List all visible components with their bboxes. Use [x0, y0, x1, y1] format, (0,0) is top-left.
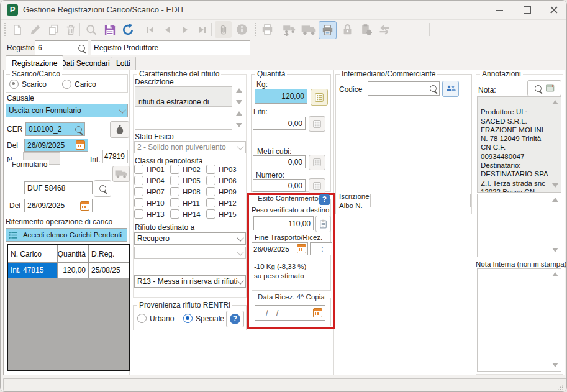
data-reg-input[interactable]: 26/09/2025 [24, 139, 88, 152]
nota2-textarea[interactable] [477, 194, 561, 257]
nota-interna-textarea[interactable] [477, 268, 561, 372]
minimize-button[interactable] [491, 4, 508, 16]
calendar-icon[interactable] [80, 201, 89, 211]
data-ricezione-input[interactable]: __/__/____ [255, 305, 325, 321]
toolbar-grip[interactable] [4, 23, 7, 36]
nota-window-icon[interactable] [546, 84, 555, 92]
radio-urbano[interactable]: Urbano [137, 314, 174, 323]
codice-search-icon[interactable] [430, 85, 437, 92]
checkbox-hp04[interactable]: HP04 [134, 176, 165, 185]
scroll-up-icon[interactable] [236, 111, 242, 116]
formulario-search-button[interactable] [94, 180, 111, 197]
scroll-up-icon[interactable] [552, 100, 558, 104]
kg-input[interactable]: 120,00 [255, 89, 307, 104]
checkbox-hp03[interactable]: HP03 [206, 165, 237, 174]
checkbox-hp14[interactable]: HP14 [170, 209, 201, 219]
col-header-dreg[interactable]: D.Reg. [89, 245, 126, 262]
table-row[interactable]: Int. 47815 120,00 25/08/25 [8, 263, 129, 278]
peso-paste-button[interactable] [315, 216, 331, 232]
nav-last-button[interactable] [194, 21, 211, 38]
cell-dreg[interactable]: 25/08/25 [89, 263, 126, 278]
resize-grip[interactable] [557, 384, 563, 390]
print-button[interactable] [259, 21, 276, 38]
descrizione-textarea[interactable]: rifiuti da estrazione di minerali [135, 86, 232, 107]
numero-input[interactable]: 0,00 [253, 179, 306, 192]
print-transport-out-button[interactable] [281, 21, 297, 38]
accedi-carichi-button[interactable]: Accedi elenco Carichi Pendenti [6, 228, 127, 242]
save-button[interactable] [101, 21, 118, 38]
checkbox-hp11[interactable]: HP11 [170, 198, 200, 207]
cell-ncarico[interactable]: Int. 47815 [8, 263, 58, 278]
cer-input[interactable]: 010100_2 [25, 122, 85, 136]
provenienza-help-button[interactable]: ? [226, 311, 244, 327]
scroll-down-icon[interactable] [236, 100, 242, 104]
scroll-down-icon[interactable] [552, 363, 558, 367]
registro-search-icon[interactable] [78, 45, 85, 52]
cer-search-icon[interactable] [75, 126, 82, 133]
formulario-numero-input[interactable]: DUF 58468 [24, 181, 93, 194]
calendar-icon[interactable] [76, 140, 85, 150]
checkbox-hp08[interactable]: HP08 [170, 187, 201, 196]
metri-cubi-calc-button[interactable] [309, 155, 325, 170]
checkbox-hp10[interactable]: HP10 [134, 198, 165, 207]
maximize-button[interactable] [519, 4, 536, 16]
cell-quantita[interactable]: 120,00 [58, 263, 89, 278]
destinato2-dropdown[interactable] [134, 247, 246, 259]
scroll-down-icon[interactable] [236, 123, 242, 127]
scroll-up-icon[interactable] [552, 198, 558, 202]
checkbox-hp13[interactable]: HP13 [134, 209, 165, 219]
delete-button[interactable] [62, 21, 79, 38]
operazione-dropdown[interactable]: R13 - Messa in riserva di rifiuti p [134, 275, 246, 288]
stato-fisico-dropdown[interactable]: 2 - Solido non pulverulento [134, 141, 246, 153]
fine-trasporto-data-input[interactable]: 26/09/2025 [252, 242, 308, 255]
nav-first-button[interactable] [142, 21, 158, 38]
tab-dati-secondari[interactable]: Dati Secondari [55, 57, 116, 70]
print-active-button[interactable] [319, 21, 337, 39]
scroll-down-icon[interactable] [552, 183, 558, 188]
nota-search-icon[interactable] [535, 85, 542, 92]
calendar-icon[interactable] [313, 308, 322, 317]
tab-lotti[interactable]: Lotti [111, 57, 136, 70]
archive-settings-button[interactable] [358, 21, 374, 38]
nav-next-button[interactable] [176, 21, 193, 38]
refresh-button[interactable] [119, 21, 136, 38]
lock-button[interactable] [339, 21, 356, 38]
nota-textarea[interactable]: Produttore UL: SACED S.R.L. FRAZIONE MOL… [477, 96, 561, 193]
descrizione2-textarea[interactable] [135, 109, 232, 130]
fine-trasporto-ora-input[interactable]: __:__ [310, 242, 332, 255]
kg-calc-button[interactable] [311, 89, 328, 106]
toolbar-grip-2[interactable] [255, 23, 258, 36]
tab-registrazione[interactable]: Registrazione [6, 55, 63, 70]
copy-button[interactable] [45, 21, 61, 38]
scroll-down-icon[interactable] [552, 248, 558, 252]
destinato-dropdown[interactable]: Recupero [134, 232, 246, 245]
causale-dropdown[interactable]: Uscita con Formulario [6, 104, 128, 117]
col-header-quantita[interactable]: Quantità [58, 245, 89, 262]
print-transport-button[interactable] [300, 21, 317, 38]
col-header-ncarico[interactable]: N. Carico [8, 245, 58, 262]
checkbox-hp07[interactable]: HP07 [134, 187, 165, 196]
codice-anagrafica-button[interactable] [442, 81, 459, 97]
checkbox-hp15[interactable]: HP15 [206, 209, 237, 219]
radio-scarico[interactable]: Scarico [9, 80, 47, 89]
registro-input[interactable]: 6 [35, 40, 88, 55]
metri-cubi-input[interactable]: 0,00 [253, 155, 306, 168]
scroll-up-icon[interactable] [236, 88, 242, 93]
numero-calc-button[interactable] [309, 178, 325, 194]
scroll-up-icon[interactable] [552, 272, 558, 276]
info-button[interactable] [234, 21, 250, 38]
litri-calc-button[interactable] [309, 116, 325, 132]
edit-button[interactable] [27, 21, 43, 38]
calendar-icon[interactable] [297, 244, 306, 253]
new-document-button[interactable] [9, 21, 25, 38]
radio-carico[interactable]: Carico [62, 80, 96, 89]
search-button[interactable] [83, 21, 99, 38]
checkbox-hp09[interactable]: HP09 [206, 187, 237, 196]
checkbox-hp06[interactable]: HP06 [206, 176, 237, 185]
esito-help-icon[interactable]: ? [319, 194, 330, 205]
cer-bag-button[interactable] [110, 121, 129, 138]
checkbox-hp02[interactable]: HP02 [170, 165, 201, 174]
iscrizione-albo-input[interactable] [370, 194, 471, 207]
formulario-data-input[interactable]: 26/09/2025 [24, 199, 93, 212]
peso-verificato-input[interactable]: 110,00 [253, 216, 314, 230]
